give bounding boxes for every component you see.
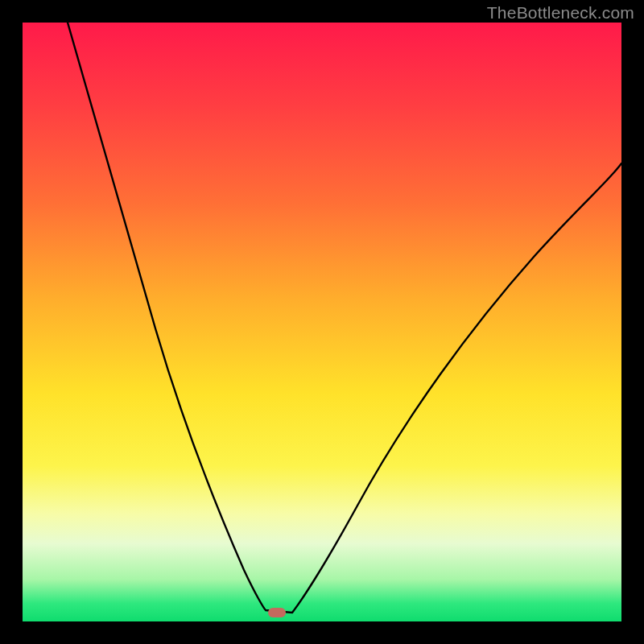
plot-area	[23, 23, 621, 621]
optimal-marker	[268, 608, 286, 617]
curve-path	[68, 23, 621, 613]
chart-frame: TheBottleneck.com	[0, 0, 644, 644]
watermark-text: TheBottleneck.com	[487, 3, 634, 23]
bottleneck-curve	[23, 23, 621, 621]
